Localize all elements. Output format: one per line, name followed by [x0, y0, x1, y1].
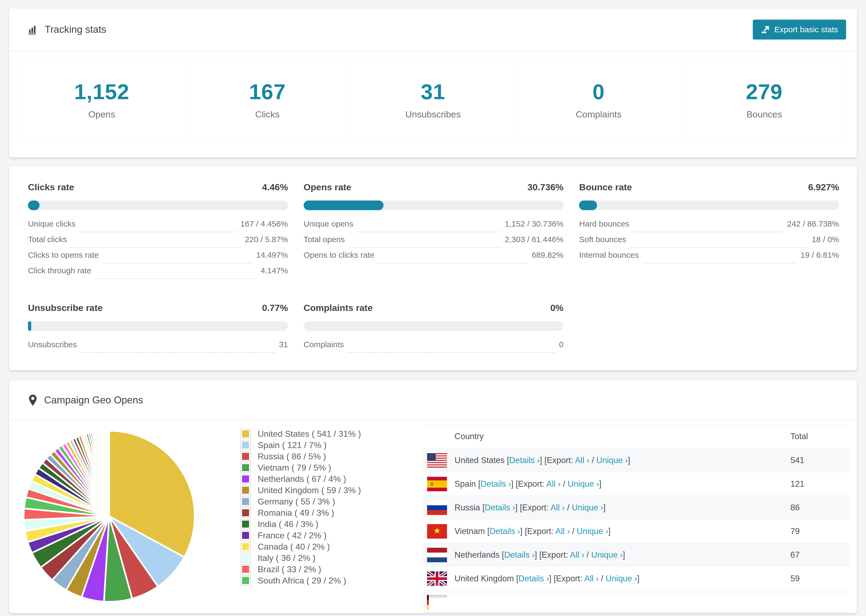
legend-item: United States ( 541 / 31% ): [241, 428, 413, 439]
legend-label: United States ( 541 / 31% ): [258, 429, 361, 439]
country-name: United Kingdom: [455, 574, 516, 583]
details-link[interactable]: Details ›: [490, 526, 520, 536]
export-unique-link[interactable]: Unique ›: [576, 526, 608, 536]
legend-item: South Africa ( 29 / 2% ): [241, 575, 413, 586]
legend-item: United Kingdom ( 59 / 3% ): [241, 485, 413, 496]
export-all-link[interactable]: All ›: [584, 574, 598, 583]
geo-links: [Details ›] [Export: All › / Unique ›]: [507, 456, 630, 465]
rates-card: Clicks rate 4.46% Unique clicks 167 / 4.…: [9, 166, 857, 370]
country-name: Spain: [455, 479, 478, 489]
rate-head: Clicks rate 4.46%: [28, 182, 288, 192]
details-link[interactable]: Details ›: [509, 456, 540, 465]
pie-legend: United States ( 541 / 31% ) Spain ( 121 …: [241, 428, 413, 586]
rate-section: Complaints rate 0% Complaints 0: [304, 303, 564, 355]
legend-swatch: [241, 542, 251, 552]
bar-chart-icon: [28, 24, 38, 35]
stat-box: 279 Bounces: [681, 61, 847, 137]
legend-item: Netherlands ( 67 / 4% ): [241, 473, 413, 485]
bracket-open: [: [478, 479, 480, 489]
legend-swatch: [241, 553, 251, 563]
rate-value: 0.77%: [262, 303, 288, 313]
country-name: United States: [455, 456, 507, 465]
geo-links: [Details ›] [Export: All › / Unique ›]: [502, 550, 625, 560]
legend-label: Brazil ( 33 / 2% ): [258, 564, 321, 574]
table-row: Netherlands [Details ›] [Export: All › /…: [423, 543, 849, 567]
rate-bar-fill: [304, 201, 384, 210]
legend-item: France ( 42 / 2% ): [241, 530, 413, 541]
metric-label: Soft bounces: [579, 235, 626, 244]
export-all-link[interactable]: All ›: [575, 456, 589, 465]
legend-swatch: [241, 575, 251, 586]
country-name: Vietnam: [455, 526, 487, 536]
legend-item: Canada ( 40 / 2% ): [241, 541, 413, 552]
stat-value: 31: [421, 80, 446, 104]
geo-links: [Details ›] [Export: All › / Unique ›]: [487, 526, 611, 536]
legend-swatch-fill: [242, 453, 249, 460]
export-unique-link[interactable]: Unique ›: [567, 479, 599, 489]
rate-section: Bounce rate 6.927% Hard bounces 242 / 86…: [579, 182, 839, 282]
rate-rows: Unique clicks 167 / 4.456% Total clicks …: [28, 219, 288, 282]
rate-title: Clicks rate: [28, 182, 74, 192]
metric-row: Complaints 0: [304, 340, 564, 355]
country-name: Netherlands: [455, 550, 502, 560]
metric-label: Unique opens: [304, 219, 353, 228]
map-pin-icon: [28, 394, 38, 406]
legend-label: South Africa ( 29 / 2% ): [258, 576, 346, 586]
table-row: Russia [Details ›] [Export: All › / Uniq…: [423, 496, 849, 519]
details-link[interactable]: Details ›: [485, 503, 515, 512]
metric-row: Total clicks 220 / 5.87%: [28, 235, 288, 250]
rate-title: Unsubscribe rate: [28, 303, 103, 313]
legend-label: Italy ( 36 / 2% ): [258, 553, 315, 563]
us-flag-icon: [427, 453, 447, 468]
metric-label: Unique clicks: [28, 219, 76, 228]
metric-value: 18 / 0%: [812, 235, 839, 244]
bracket-close: ]: [628, 456, 630, 465]
export-unique-link[interactable]: Unique ›: [596, 456, 628, 465]
rate-bar-fill: [28, 321, 31, 331]
details-link[interactable]: Details ›: [480, 479, 511, 489]
geo-links: [Details ›] [Export: All › / Unique ›]: [478, 479, 601, 489]
export-unique-link[interactable]: Unique ›: [572, 503, 603, 512]
dotted-leader: [81, 352, 276, 353]
metric-value: 31: [279, 340, 288, 349]
ru-flag-icon: [427, 500, 447, 515]
export-all-link[interactable]: All ›: [551, 503, 565, 512]
export-unique-link[interactable]: Unique ›: [606, 574, 637, 583]
rate-value: 4.46%: [262, 182, 288, 192]
metric-label: Total opens: [304, 235, 345, 244]
export-all-link[interactable]: All ›: [546, 479, 561, 489]
export-basic-stats-button[interactable]: Export basic stats: [753, 20, 846, 39]
legend-swatch-fill: [242, 498, 249, 505]
legend-item: Italy ( 36 / 2% ): [241, 552, 413, 564]
legend-swatch-fill: [242, 577, 249, 584]
table-row: Spain [Details ›] [Export: All › / Uniqu…: [423, 472, 849, 496]
details-link[interactable]: Details ›: [504, 550, 535, 559]
legend-item: Vietnam ( 79 / 5% ): [241, 462, 413, 473]
metric-row: Hard bounces 242 / 86.738%: [579, 219, 839, 235]
export-all-link[interactable]: All ›: [555, 526, 570, 536]
rate-head: Unsubscribe rate 0.77%: [28, 303, 288, 313]
metric-label: Opens to clicks rate: [304, 250, 375, 259]
stat-value: 279: [746, 80, 783, 104]
export-unique-link[interactable]: Unique ›: [591, 550, 623, 559]
rate-progress-track: [304, 321, 564, 331]
legend-item: India ( 46 / 3% ): [241, 519, 413, 530]
bracket-close: ]: [637, 574, 639, 583]
legend-swatch: [241, 564, 251, 574]
stat-value: 1,152: [74, 80, 129, 104]
legend-item: Germany ( 55 / 3% ): [241, 496, 413, 507]
details-link[interactable]: Details ›: [518, 574, 549, 583]
legend-swatch-fill: [242, 487, 249, 494]
export-all-link[interactable]: All ›: [570, 550, 584, 559]
vn-flag-icon: [427, 524, 447, 539]
legend-label: Germany ( 55 / 3% ): [258, 497, 335, 507]
tracking-stats-header: Tracking stats Export basic stats: [9, 8, 857, 51]
rate-progress-track: [28, 321, 288, 331]
legend-swatch-fill: [242, 464, 249, 471]
geo-total-value: 86: [790, 503, 849, 512]
stat-label: Complaints: [576, 109, 622, 119]
metric-value: 14.497%: [256, 250, 288, 259]
rate-value: 0%: [550, 303, 564, 313]
rate-rows: Hard bounces 242 / 86.738% Soft bounces …: [579, 219, 839, 266]
page-title: Tracking stats: [45, 24, 106, 35]
